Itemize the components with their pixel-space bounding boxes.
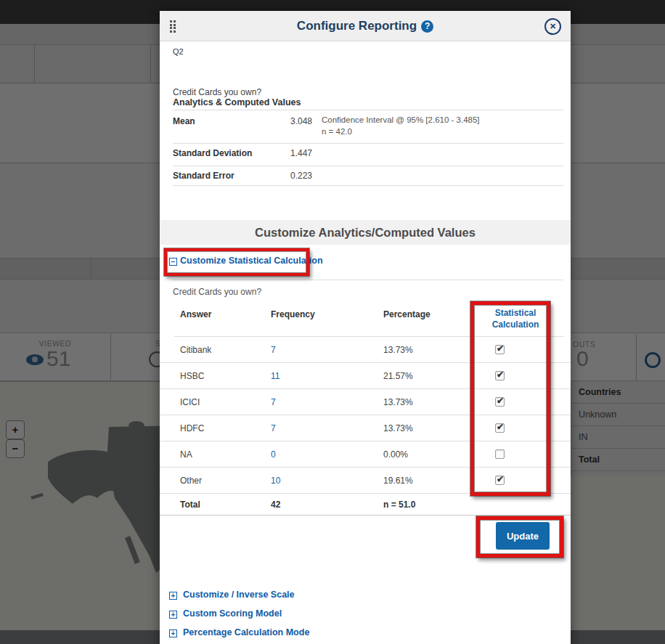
answer-cell: ICICI (180, 397, 200, 407)
confidence-interval: Confidence Interval @ 95% [2.610 - 3.485… (322, 114, 480, 126)
annotation-box-checkbox-column (470, 301, 550, 496)
analytics-row-value: 1.447 (261, 148, 312, 158)
frequency-link[interactable]: 0 (271, 449, 276, 460)
answer-cell: HDFC (180, 423, 204, 433)
percentage-cell: 21.57% (383, 371, 413, 381)
analytics-row-label: Standard Error (173, 171, 234, 181)
column-header-frequency: Frequency (271, 309, 315, 319)
frequency-link[interactable]: 7 (271, 423, 276, 433)
custom-scoring-model-link[interactable]: Custom Scoring Model (183, 608, 282, 619)
help-icon[interactable]: ? (421, 20, 433, 33)
analytics-row-note: Confidence Interval @ 95% [2.610 - 3.485… (322, 114, 480, 137)
frequency-link[interactable]: 10 (271, 476, 280, 486)
total-sample-size: n = 51.0 (383, 500, 415, 510)
answer-cell: Citibank (180, 345, 211, 355)
frequency-link[interactable]: 7 (271, 345, 276, 355)
close-icon[interactable]: ✕ (544, 18, 561, 35)
percentage-cell: 19.61% (383, 476, 413, 486)
divider (173, 166, 563, 166)
total-label: Total (180, 500, 200, 510)
expand-icon[interactable]: + (169, 592, 177, 600)
percentage-calculation-mode-link[interactable]: Percentage Calculation Mode (183, 627, 309, 637)
configure-reporting-modal: Configure Reporting? ✕ Q2 Credit Cards y… (160, 11, 571, 644)
question-text: Credit Cards you own? (173, 87, 261, 97)
analytics-row-value: 3.048 (261, 116, 312, 126)
customize-section-heading: Customize Analytics/Computed Values (160, 220, 571, 245)
annotation-box-statistical-link (164, 248, 309, 276)
percentage-cell: 13.73% (383, 345, 413, 355)
percentage-cell: 0.00% (383, 449, 408, 460)
sample-size: n = 42.0 (322, 126, 480, 137)
expand-icon[interactable]: + (169, 611, 177, 619)
divider (173, 143, 563, 144)
table-total-row: Total 42 n = 51.0 (160, 494, 571, 515)
customize-inverse-scale-link[interactable]: Customize / Inverse Scale (183, 590, 295, 600)
frequency-link[interactable]: 11 (271, 371, 280, 381)
question-code: Q2 (173, 47, 184, 56)
answer-cell: Other (180, 476, 202, 486)
column-header-answer: Answer (180, 309, 211, 319)
modal-title-text: Configure Reporting (297, 19, 417, 33)
divider (173, 110, 563, 110)
annotation-box-update-button (476, 516, 563, 558)
column-header-percentage: Percentage (383, 309, 431, 319)
analytics-row-label: Standard Deviation (173, 148, 252, 158)
analytics-row-value: 0.223 (261, 171, 312, 181)
page: ing ▾ Text / Media ▾ Report Link https:/… (0, 0, 665, 644)
expand-icon[interactable]: + (169, 629, 177, 637)
frequency-link[interactable]: 7 (271, 397, 276, 407)
percentage-cell: 13.73% (383, 423, 413, 433)
answer-cell: NA (180, 449, 192, 460)
divider (173, 185, 563, 186)
modal-header: Configure Reporting? ✕ (160, 11, 571, 41)
modal-title: Configure Reporting? (160, 11, 571, 41)
table-question-text: Credit Cards you own? (173, 287, 261, 297)
analytics-heading: Analytics & Computed Values (173, 97, 301, 107)
answer-cell: HSBC (180, 371, 204, 381)
total-frequency: 42 (271, 500, 280, 510)
analytics-row-label: Mean (173, 116, 195, 126)
divider (173, 280, 563, 280)
percentage-cell: 13.73% (383, 397, 413, 407)
